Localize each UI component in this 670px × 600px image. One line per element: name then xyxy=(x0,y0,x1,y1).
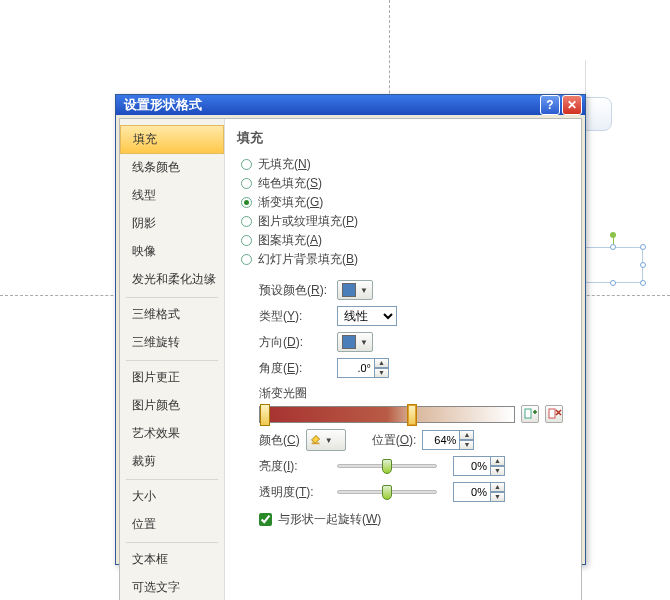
radio-label: 幻灯片背景填充(B) xyxy=(258,251,358,268)
slider-thumb-icon[interactable] xyxy=(382,485,392,500)
radio-label: 图案填充(A) xyxy=(258,232,322,249)
sidebar-item-art-effects[interactable]: 艺术效果 xyxy=(120,420,224,448)
sidebar-item-crop[interactable]: 裁剪 xyxy=(120,448,224,476)
position-input[interactable] xyxy=(422,430,460,450)
category-sidebar: 填充 线条颜色 线型 阴影 映像 发光和柔化边缘 三维格式 三维旋转 图片更正 … xyxy=(120,119,225,600)
radio-icon xyxy=(241,197,252,208)
direction-dropdown[interactable]: ▼ xyxy=(337,332,373,352)
radio-pattern-fill[interactable]: 图案填充(A) xyxy=(241,231,569,250)
radio-picture-fill[interactable]: 图片或纹理填充(P) xyxy=(241,212,569,231)
sidebar-item-pic-correct[interactable]: 图片更正 xyxy=(120,364,224,392)
transparency-label: 透明度(T): xyxy=(259,484,337,501)
sidebar-item-3d-format[interactable]: 三维格式 xyxy=(120,301,224,329)
spin-up-icon[interactable]: ▲ xyxy=(460,430,474,440)
radio-label: 渐变填充(G) xyxy=(258,194,323,211)
resize-handle[interactable] xyxy=(610,280,616,286)
sidebar-item-line-color[interactable]: 线条颜色 xyxy=(120,154,224,182)
add-stop-button[interactable] xyxy=(521,405,539,423)
radio-solid-fill[interactable]: 纯色填充(S) xyxy=(241,174,569,193)
add-stop-icon xyxy=(522,406,538,422)
type-select[interactable]: 线性 xyxy=(337,306,397,326)
spin-up-icon[interactable]: ▲ xyxy=(375,358,389,368)
sidebar-item-pic-color[interactable]: 图片颜色 xyxy=(120,392,224,420)
resize-handle[interactable] xyxy=(640,262,646,268)
position-spinner[interactable]: ▲ ▼ xyxy=(422,430,474,450)
type-label: 类型(Y): xyxy=(259,308,337,325)
slider-thumb-icon[interactable] xyxy=(382,459,392,474)
transparency-input[interactable] xyxy=(453,482,491,502)
sidebar-item-glow[interactable]: 发光和柔化边缘 xyxy=(120,266,224,294)
sidebar-item-fill[interactable]: 填充 xyxy=(120,125,224,154)
main-panel: 填充 无填充(N) 纯色填充(S) 渐变填充(G) 图片或纹理填充(P) xyxy=(225,119,581,600)
svg-rect-0 xyxy=(525,409,531,418)
chevron-down-icon: ▼ xyxy=(323,436,335,445)
panel-heading: 填充 xyxy=(237,129,569,147)
preset-color-dropdown[interactable]: ▼ xyxy=(337,280,373,300)
sidebar-divider xyxy=(126,542,218,543)
chevron-down-icon: ▼ xyxy=(358,286,370,295)
sidebar-item-textbox[interactable]: 文本框 xyxy=(120,546,224,574)
transparency-slider[interactable] xyxy=(337,490,437,494)
position-label: 位置(O): xyxy=(372,432,417,449)
rotate-with-shape-label: 与形状一起旋转(W) xyxy=(278,511,381,528)
close-icon[interactable]: ✕ xyxy=(562,95,582,115)
radio-no-fill[interactable]: 无填充(N) xyxy=(241,155,569,174)
radio-icon xyxy=(241,178,252,189)
sidebar-divider xyxy=(126,479,218,480)
spin-down-icon[interactable]: ▼ xyxy=(460,440,474,450)
dialog-title: 设置形状格式 xyxy=(124,96,538,114)
rotate-with-shape-checkbox[interactable] xyxy=(259,513,272,526)
sidebar-item-alt-text[interactable]: 可选文字 xyxy=(120,574,224,600)
radio-icon xyxy=(241,159,252,170)
bucket-icon xyxy=(309,432,323,449)
sidebar-item-reflection[interactable]: 映像 xyxy=(120,238,224,266)
spin-up-icon[interactable]: ▲ xyxy=(491,482,505,492)
bg-selected-shape[interactable] xyxy=(583,247,643,283)
sidebar-item-line-style[interactable]: 线型 xyxy=(120,182,224,210)
radio-label: 图片或纹理填充(P) xyxy=(258,213,358,230)
sidebar-item-shadow[interactable]: 阴影 xyxy=(120,210,224,238)
angle-label: 角度(E): xyxy=(259,360,337,377)
resize-handle[interactable] xyxy=(640,244,646,250)
gradient-stops-label: 渐变光圈 xyxy=(259,385,569,402)
resize-handle[interactable] xyxy=(610,244,616,250)
sidebar-divider xyxy=(126,360,218,361)
sidebar-item-position[interactable]: 位置 xyxy=(120,511,224,539)
help-button[interactable]: ? xyxy=(540,95,560,115)
remove-stop-icon xyxy=(546,406,562,422)
transparency-spinner[interactable]: ▲ ▼ xyxy=(453,482,505,502)
gradient-stop[interactable] xyxy=(260,404,270,426)
svg-rect-2 xyxy=(311,442,319,444)
radio-label: 纯色填充(S) xyxy=(258,175,322,192)
radio-slide-bg-fill[interactable]: 幻灯片背景填充(B) xyxy=(241,250,569,269)
brightness-slider[interactable] xyxy=(337,464,437,468)
gradient-track[interactable] xyxy=(259,406,515,423)
brightness-spinner[interactable]: ▲ ▼ xyxy=(453,456,505,476)
brightness-input[interactable] xyxy=(453,456,491,476)
direction-label: 方向(D): xyxy=(259,334,337,351)
spin-up-icon[interactable]: ▲ xyxy=(491,456,505,466)
sidebar-item-size[interactable]: 大小 xyxy=(120,483,224,511)
angle-spinner[interactable]: ▲ ▼ xyxy=(337,358,389,378)
chevron-down-icon: ▼ xyxy=(358,338,370,347)
radio-label: 无填充(N) xyxy=(258,156,311,173)
svg-rect-1 xyxy=(549,409,555,418)
spin-down-icon[interactable]: ▼ xyxy=(491,466,505,476)
format-shape-dialog: 设置形状格式 ? ✕ 填充 线条颜色 线型 阴影 映像 发光和柔化边缘 三维格式… xyxy=(115,94,586,565)
direction-swatch-icon xyxy=(342,335,356,349)
color-picker-button[interactable]: ▼ xyxy=(306,429,346,451)
resize-handle[interactable] xyxy=(640,280,646,286)
remove-stop-button[interactable] xyxy=(545,405,563,423)
preset-color-label: 预设颜色(R): xyxy=(259,282,337,299)
fill-type-radios: 无填充(N) 纯色填充(S) 渐变填充(G) 图片或纹理填充(P) 图案填充(A… xyxy=(241,155,569,269)
rotate-handle-icon[interactable] xyxy=(610,232,616,238)
radio-gradient-fill[interactable]: 渐变填充(G) xyxy=(241,193,569,212)
brightness-label: 亮度(I): xyxy=(259,458,337,475)
spin-down-icon[interactable]: ▼ xyxy=(491,492,505,502)
spin-down-icon[interactable]: ▼ xyxy=(375,368,389,378)
angle-input[interactable] xyxy=(337,358,375,378)
titlebar[interactable]: 设置形状格式 ? ✕ xyxy=(116,95,585,115)
gradient-stop-selected[interactable] xyxy=(407,404,417,426)
sidebar-item-3d-rotation[interactable]: 三维旋转 xyxy=(120,329,224,357)
preset-swatch-icon xyxy=(342,283,356,297)
